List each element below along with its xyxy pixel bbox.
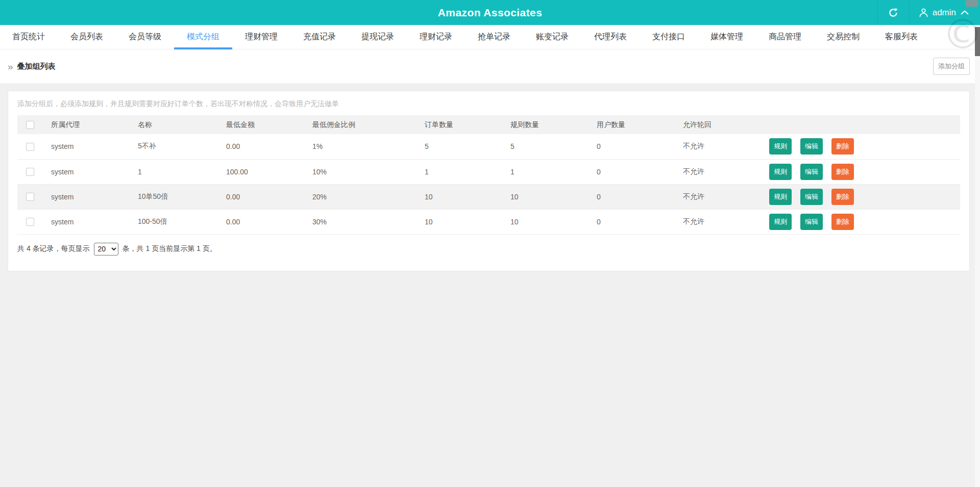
refresh-icon (888, 8, 898, 18)
delete-button[interactable]: 删除 (831, 214, 854, 230)
cell-name: 100-50倍 (130, 209, 218, 234)
col-header-min-commission: 最低佣金比例 (304, 115, 416, 134)
col-header-rules: 规则数量 (502, 115, 589, 134)
cell-agent: system (43, 184, 130, 209)
cell-users: 0 (589, 209, 675, 234)
pagination-prefix: 共 4 条记录，每页显示 (17, 244, 90, 253)
delete-button[interactable]: 删除 (831, 189, 854, 205)
breadcrumb-title: 叠加组列表 (17, 62, 56, 71)
cell-agent: system (43, 209, 130, 234)
cell-actions: 规则 编辑 删除 (758, 209, 960, 234)
page-size-select[interactable]: 20 (94, 243, 118, 255)
cell-actions: 规则 编辑 删除 (758, 159, 960, 184)
cell-loop: 不允许 (675, 209, 758, 234)
rule-button[interactable]: 规则 (769, 164, 792, 180)
cell-actions: 规则 编辑 删除 (758, 184, 960, 209)
cell-rules: 5 (502, 134, 589, 159)
nav-item-trade-control[interactable]: 交易控制 (814, 25, 872, 49)
header-controls: admin (877, 0, 980, 25)
cell-loop: 不允许 (675, 134, 758, 159)
table-header-row: 所属代理 名称 最低金额 最低佣金比例 订单数量 规则数量 用户数量 允许轮回 (17, 115, 960, 134)
cell-name: 1 (130, 159, 218, 184)
edit-button[interactable]: 编辑 (800, 214, 823, 230)
username: admin (933, 8, 956, 18)
corner-artifact (966, 0, 978, 7)
cell-min-commission: 10% (304, 159, 416, 184)
nav-item-member-level[interactable]: 会员等级 (116, 25, 174, 49)
cell-min-commission: 1% (304, 134, 416, 159)
col-header-name: 名称 (130, 115, 218, 134)
cell-orders: 10 (416, 209, 502, 234)
cell-name: 5不补 (130, 134, 218, 159)
row-checkbox[interactable] (26, 168, 34, 176)
cell-min-amount: 0.00 (218, 184, 304, 209)
nav-item-finance-mgmt[interactable]: 理财管理 (232, 25, 290, 49)
table-row: system 1 100.00 10% 1 1 0 不允许 规则 编辑 删除 (17, 159, 960, 184)
hint-text: 添加分组后，必须添加规则，并且规则需要对应好订单个数，若出现不对称情况，会导致用… (17, 99, 960, 109)
app-header: Amazon Associates admin (0, 0, 980, 25)
user-icon (919, 8, 928, 17)
nav-item-account-change-records[interactable]: 账变记录 (523, 25, 581, 49)
delete-button[interactable]: 删除 (831, 138, 854, 155)
cell-agent: system (43, 134, 130, 159)
rule-button[interactable]: 规则 (769, 214, 792, 230)
scrollbar-thumb[interactable] (975, 27, 980, 56)
refresh-button[interactable] (877, 0, 909, 25)
table-panel: 添加分组后，必须添加规则，并且规则需要对应好订单个数，若出现不对称情况，会导致用… (8, 91, 970, 271)
scrollbar[interactable] (975, 25, 980, 487)
main-nav: 首页统计会员列表会员等级模式分组理财管理充值记录提现记录理财记录抢单记录账变记录… (0, 25, 980, 49)
nav-item-service-list[interactable]: 客服列表 (872, 25, 930, 49)
col-header-actions (758, 115, 960, 134)
row-checkbox[interactable] (26, 143, 34, 151)
table-body: system 5不补 0.00 1% 5 5 0 不允许 规则 编辑 删除 sy… (17, 134, 960, 234)
nav-item-recharge-records[interactable]: 充值记录 (290, 25, 349, 49)
row-checkbox[interactable] (26, 218, 34, 226)
col-header-agent: 所属代理 (43, 115, 130, 134)
nav-item-home-stats[interactable]: 首页统计 (0, 25, 58, 49)
page: Amazon Associates admin 首页统计会员列表会员 (0, 0, 980, 487)
select-all-checkbox[interactable] (26, 121, 34, 129)
cell-rules: 10 (502, 184, 589, 209)
row-checkbox[interactable] (26, 193, 34, 201)
cell-users: 0 (589, 134, 675, 159)
edit-button[interactable]: 编辑 (800, 164, 823, 180)
chevron-up-icon (961, 10, 969, 15)
nav-item-mode-group[interactable]: 模式分组 (174, 25, 232, 49)
col-header-orders: 订单数量 (416, 115, 502, 134)
table-row: system 100-50倍 0.00 30% 10 10 0 不允许 规则 编… (17, 209, 960, 234)
delete-button[interactable]: 删除 (831, 164, 854, 180)
nav-list: 首页统计会员列表会员等级模式分组理财管理充值记录提现记录理财记录抢单记录账变记录… (0, 25, 980, 49)
groups-table: 所属代理 名称 最低金额 最低佣金比例 订单数量 规则数量 用户数量 允许轮回 … (17, 115, 960, 235)
nav-item-withdraw-records[interactable]: 提现记录 (349, 25, 407, 49)
table-row: system 5不补 0.00 1% 5 5 0 不允许 规则 编辑 删除 (17, 134, 960, 159)
cell-min-amount: 100.00 (218, 159, 304, 184)
nav-item-finance-records[interactable]: 理财记录 (407, 25, 465, 49)
col-header-users: 用户数量 (589, 115, 675, 134)
nav-item-grab-order-records[interactable]: 抢单记录 (465, 25, 523, 49)
cell-orders: 1 (416, 159, 502, 184)
nav-item-media-mgmt[interactable]: 媒体管理 (698, 25, 756, 49)
edit-button[interactable]: 编辑 (800, 189, 823, 205)
cell-min-amount: 0.00 (218, 209, 304, 234)
cell-select (17, 134, 43, 159)
nav-item-member-list[interactable]: 会员列表 (58, 25, 116, 49)
cell-min-amount: 0.00 (218, 134, 304, 159)
pagination: 共 4 条记录，每页显示 20 条，共 1 页当前显示第 1 页。 (17, 243, 960, 255)
rule-button[interactable]: 规则 (769, 189, 792, 205)
nav-item-payment-api[interactable]: 支付接口 (640, 25, 698, 49)
nav-item-agent-list[interactable]: 代理列表 (581, 25, 640, 49)
cell-agent: system (43, 159, 130, 184)
add-group-button[interactable]: 添加分组 (933, 58, 970, 75)
nav-item-product-mgmt[interactable]: 商品管理 (756, 25, 814, 49)
pagination-suffix: 条，共 1 页当前显示第 1 页。 (122, 244, 217, 253)
cell-orders: 10 (416, 184, 502, 209)
cell-users: 0 (589, 184, 675, 209)
cell-name: 10单50倍 (130, 184, 218, 209)
cell-select (17, 209, 43, 234)
cell-min-commission: 30% (304, 209, 416, 234)
col-header-loop: 允许轮回 (675, 115, 758, 134)
cell-actions: 规则 编辑 删除 (758, 134, 960, 159)
rule-button[interactable]: 规则 (769, 138, 792, 155)
edit-button[interactable]: 编辑 (800, 138, 823, 155)
cell-rules: 10 (502, 209, 589, 234)
